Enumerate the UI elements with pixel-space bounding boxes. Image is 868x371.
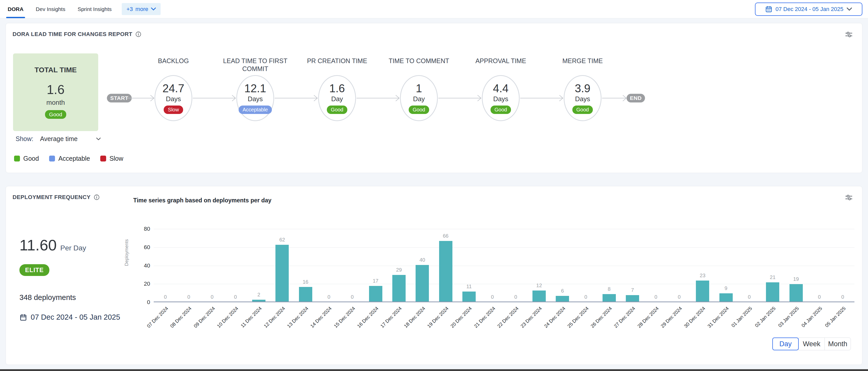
bar-slot-08-dec-2024[interactable]: 008 Dec 2024 (177, 229, 200, 302)
bar-slot-05-jan-2025[interactable]: 005 Jan 2025 (831, 229, 855, 302)
x-axis-label: 18 Dec 2024 (403, 306, 426, 329)
bar-slot-17-dec-2024[interactable]: 2917 Dec 2024 (387, 229, 410, 302)
bar-slot-09-dec-2024[interactable]: 009 Dec 2024 (200, 229, 224, 302)
bar-slot-01-jan-2025[interactable]: 001 Jan 2025 (738, 229, 761, 302)
bar-slot-10-dec-2024[interactable]: 010 Dec 2024 (224, 229, 247, 302)
bar-slot-19-dec-2024[interactable]: 6619 Dec 2024 (434, 229, 457, 302)
calendar-icon (765, 6, 772, 13)
deployment-bar (719, 293, 733, 302)
total-time-unit: month (46, 99, 65, 106)
stage-unit: Days (575, 95, 590, 103)
bar-slot-30-dec-2024[interactable]: 2330 Dec 2024 (691, 229, 714, 302)
x-axis-label: 14 Dec 2024 (309, 306, 333, 329)
toggle-month[interactable]: Month (825, 338, 851, 350)
sliders-icon (844, 194, 854, 202)
chart-subtitle: Time series graph based on deployments p… (133, 197, 271, 204)
x-axis-label: 28 Dec 2024 (636, 306, 660, 329)
stage-unit: Day (413, 95, 425, 103)
x-axis-label: 07 Dec 2024 (146, 306, 169, 329)
bar-slot-29-dec-2024[interactable]: 029 Dec 2024 (668, 229, 691, 302)
bar-slot-13-dec-2024[interactable]: 1613 Dec 2024 (294, 229, 317, 302)
bar-slot-22-dec-2024[interactable]: 022 Dec 2024 (504, 229, 527, 302)
bar-value-label: 29 (396, 267, 402, 273)
toggle-day[interactable]: Day (772, 338, 799, 350)
toggle-week[interactable]: Week (799, 338, 825, 350)
stats-date-range: 07 Dec 2024 - 05 Jan 2025 (31, 313, 120, 322)
bar-slot-03-jan-2025[interactable]: 1903 Jan 2025 (784, 229, 808, 302)
bar-slot-21-dec-2024[interactable]: 021 Dec 2024 (481, 229, 504, 302)
stage-node-pr-creation-time: 1.6DayGood (318, 75, 356, 121)
bar-value-label: 0 (187, 294, 190, 300)
deployment-frequency-panel: DEPLOYMENT FREQUENCY Time series graph b… (6, 186, 862, 365)
deployments-per-day-unit: Per Day (60, 244, 86, 252)
bar-slot-02-jan-2025[interactable]: 2102 Jan 2025 (761, 229, 784, 302)
flow-end-pill: END (627, 94, 645, 102)
bar-slot-27-dec-2024[interactable]: 727 Dec 2024 (621, 229, 644, 302)
y-tick-0: 0 (135, 299, 150, 306)
stage-unit: Day (331, 95, 343, 103)
stage-value: 1.6 (329, 82, 345, 95)
deployment-bar (556, 296, 569, 302)
bar-slot-24-dec-2024[interactable]: 624 Dec 2024 (551, 229, 574, 302)
stage-label-pr-creation-time: PR CREATION TIME (299, 57, 375, 65)
bar-slot-20-dec-2024[interactable]: 1120 Dec 2024 (457, 229, 480, 302)
stage-value: 24.7 (162, 82, 184, 95)
bar-value-label: 0 (328, 294, 330, 300)
info-icon[interactable] (135, 31, 142, 37)
bar-slot-12-dec-2024[interactable]: 6212 Dec 2024 (271, 229, 294, 302)
date-range-picker[interactable]: 07 Dec 2024 - 05 Jan 2025 (755, 3, 862, 16)
bar-slot-07-dec-2024[interactable]: 007 Dec 2024 (154, 229, 177, 302)
deployment-bar (626, 295, 639, 302)
show-selector[interactable]: Show: Average time (16, 135, 101, 142)
deployment-bar (789, 284, 803, 302)
bar-slot-16-dec-2024[interactable]: 1716 Dec 2024 (364, 229, 387, 302)
bar-slot-25-dec-2024[interactable]: 025 Dec 2024 (574, 229, 597, 302)
flow-arrow (193, 95, 236, 102)
chevron-down-icon (846, 7, 852, 11)
bar-slot-15-dec-2024[interactable]: 015 Dec 2024 (341, 229, 364, 302)
bar-value-label: 0 (164, 294, 167, 300)
bar-value-label: 11 (466, 283, 472, 290)
stage-value: 3.9 (575, 82, 590, 95)
stage-rating-badge: Good (491, 105, 511, 114)
tab-dora[interactable]: DORA (8, 0, 24, 18)
lead-time-settings-button[interactable] (844, 30, 854, 40)
x-axis-label: 27 Dec 2024 (613, 306, 637, 329)
x-axis-label: 12 Dec 2024 (262, 306, 286, 329)
deployment-settings-button[interactable] (844, 194, 854, 203)
bar-slot-04-jan-2025[interactable]: 004 Jan 2025 (808, 229, 831, 302)
bar-slot-14-dec-2024[interactable]: 014 Dec 2024 (317, 229, 340, 302)
bar-slot-26-dec-2024[interactable]: 826 Dec 2024 (597, 229, 621, 302)
flow-arrow (520, 95, 563, 102)
x-axis-label: 17 Dec 2024 (379, 306, 403, 329)
x-axis-label: 09 Dec 2024 (193, 306, 216, 329)
bar-slot-18-dec-2024[interactable]: 4018 Dec 2024 (411, 229, 434, 302)
x-axis-label: 31 Dec 2024 (706, 306, 730, 329)
bar-value-label: 0 (491, 294, 494, 300)
tab-sprint-insights[interactable]: Sprint Insights (78, 0, 112, 18)
x-axis-label: 15 Dec 2024 (333, 306, 356, 329)
show-label: Show: (16, 135, 33, 142)
info-icon[interactable] (94, 194, 100, 200)
tab-dev-insights[interactable]: Dev Insights (36, 0, 65, 18)
more-label: more (135, 6, 148, 12)
chevron-down-icon (96, 137, 101, 140)
bar-slot-23-dec-2024[interactable]: 1223 Dec 2024 (527, 229, 551, 302)
bar-value-label: 21 (770, 274, 775, 280)
stage-unit: Days (166, 95, 181, 103)
legend-item-good: Good (14, 155, 39, 162)
bar-slot-28-dec-2024[interactable]: 028 Dec 2024 (644, 229, 668, 302)
deployments-bar-chart: 007 Dec 2024008 Dec 2024009 Dec 2024010 … (154, 229, 855, 302)
more-tabs-button[interactable]: +3 more (122, 3, 160, 15)
bar-slot-11-dec-2024[interactable]: 211 Dec 2024 (247, 229, 270, 302)
bar-value-label: 2 (257, 292, 260, 298)
stage-node-time-to-comment: 1DayGood (400, 75, 438, 121)
stage-rating-badge: Good (572, 105, 593, 114)
bar-slot-31-dec-2024[interactable]: 931 Dec 2024 (714, 229, 738, 302)
legend-swatch (49, 156, 55, 162)
x-axis-label: 13 Dec 2024 (286, 306, 309, 329)
bar-value-label: 0 (841, 294, 844, 300)
stage-node-lead-time-to-first-commit: 12.1DaysAcceptable (236, 75, 274, 121)
bar-value-label: 17 (373, 278, 378, 284)
x-axis-label: 29 Dec 2024 (660, 306, 683, 329)
